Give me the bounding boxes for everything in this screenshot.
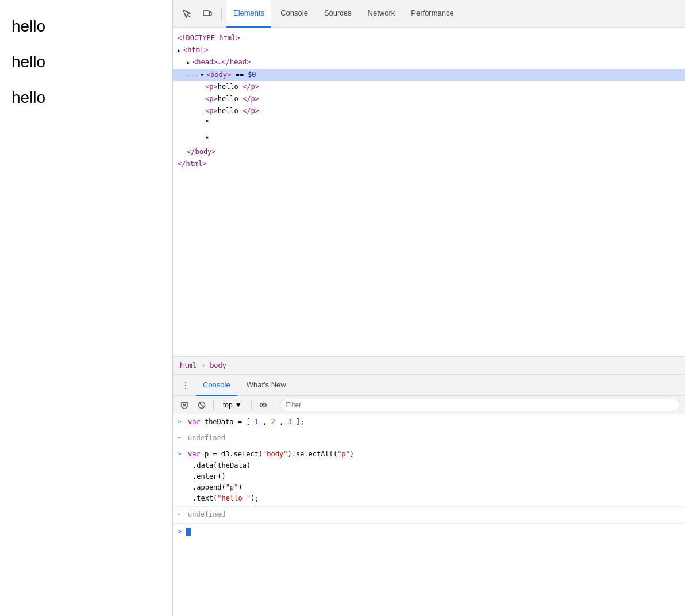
bottom-panel: ⋮ Console What's New top (173, 375, 685, 616)
clear-console-icon[interactable] (178, 398, 191, 412)
svg-line-7 (199, 403, 204, 407)
breadcrumb-body[interactable]: body (210, 361, 226, 369)
console-entry-3[interactable]: > var p = d3.select("body").selectAll("p… (173, 446, 685, 507)
console-entry-4: ← undefined (173, 507, 685, 523)
console-undefined-2: undefined (188, 509, 225, 520)
svg-line-0 (187, 14, 190, 17)
html-open-line[interactable]: ▶<html> (173, 44, 685, 56)
p-line-2[interactable]: <p>hello </p> (173, 93, 685, 105)
tab-console[interactable]: Console (274, 0, 315, 28)
chevron-down-icon: ▼ (235, 401, 242, 409)
body-close-line[interactable]: </body> (173, 146, 685, 158)
hello-text-3: hello (11, 88, 161, 107)
bottom-tab-whats-new[interactable]: What's New (240, 375, 293, 396)
tab-separator (221, 7, 222, 21)
p-line-1[interactable]: <p>hello </p> (173, 81, 685, 93)
svg-marker-3 (182, 402, 187, 409)
elements-panel: <!DOCTYPE html> ▶<html> ▶<head>…</head> … (173, 28, 685, 356)
breadcrumb: html › body (173, 356, 685, 375)
console-code-2: var p = d3.select("body").selectAll("p") (188, 449, 354, 460)
html-close-line[interactable]: </html> (173, 158, 685, 170)
console-code-1: var theData = [ 1 , 2 , 3 ]; (188, 417, 304, 428)
hello-text-2: hello (11, 53, 161, 71)
console-code-line-5: .text("hello "); (178, 493, 259, 504)
text-node-2[interactable]: " (173, 130, 685, 146)
bottom-tab-console[interactable]: Console (196, 375, 237, 396)
devtools-tab-bar: Elements Console Sources Network Perform… (173, 0, 685, 28)
console-prompt-line[interactable]: > (173, 523, 685, 539)
tab-elements[interactable]: Elements (226, 0, 271, 28)
prompt-arrow: > (178, 528, 182, 536)
console-code-line-2: .data(theData) (178, 460, 251, 471)
devtools-panel: Elements Console Sources Network Perform… (172, 0, 685, 616)
p-line-3[interactable]: <p>hello </p> (173, 105, 685, 117)
console-code-line-3: .enter() (178, 471, 226, 482)
doctype-line[interactable]: <!DOCTYPE html> (173, 32, 685, 44)
console-toolbar: top ▼ (173, 396, 685, 414)
console-entry-2: ← undefined (173, 430, 685, 446)
svg-point-9 (262, 404, 264, 406)
input-arrow-1: > (178, 417, 183, 427)
prompt-cursor (186, 528, 191, 536)
output-arrow-2: ← (178, 510, 183, 519)
input-arrow-2: > (178, 449, 183, 459)
breadcrumb-html[interactable]: html (180, 361, 197, 369)
head-line[interactable]: ▶<head>…</head> (173, 56, 685, 68)
svg-rect-2 (209, 12, 211, 16)
console-output: > var theData = [ 1 , 2 , 3 ]; ← undefin… (173, 414, 685, 616)
device-toolbar-icon[interactable] (198, 5, 217, 23)
console-code-line-4: .append("p") (178, 482, 243, 493)
page-content: hello hello hello (0, 0, 172, 616)
svg-rect-1 (203, 11, 209, 16)
console-entry-1[interactable]: > var theData = [ 1 , 2 , 3 ]; (173, 414, 685, 430)
inspect-element-icon[interactable] (178, 5, 196, 23)
filter-input[interactable] (280, 399, 680, 411)
tab-sources[interactable]: Sources (317, 0, 359, 28)
toolbar-separator-3 (275, 400, 275, 410)
breadcrumb-separator: › (201, 361, 205, 369)
eye-icon[interactable] (256, 398, 270, 412)
more-options-icon[interactable]: ⋮ (178, 378, 194, 394)
context-selector[interactable]: top ▼ (218, 400, 247, 410)
toolbar-separator (213, 400, 214, 410)
tab-performance[interactable]: Performance (404, 0, 460, 28)
body-line[interactable]: ... ▼ <body> == $0 (173, 69, 685, 81)
output-arrow-1: ← (178, 433, 183, 443)
text-node-1[interactable]: " (173, 117, 685, 129)
bottom-tab-bar: ⋮ Console What's New (173, 375, 685, 396)
console-undefined-1: undefined (188, 433, 225, 444)
toolbar-separator-2 (251, 400, 252, 410)
stop-icon[interactable] (195, 398, 209, 412)
svg-point-8 (260, 403, 266, 407)
hello-text-1: hello (11, 17, 161, 36)
tab-network[interactable]: Network (361, 0, 402, 28)
